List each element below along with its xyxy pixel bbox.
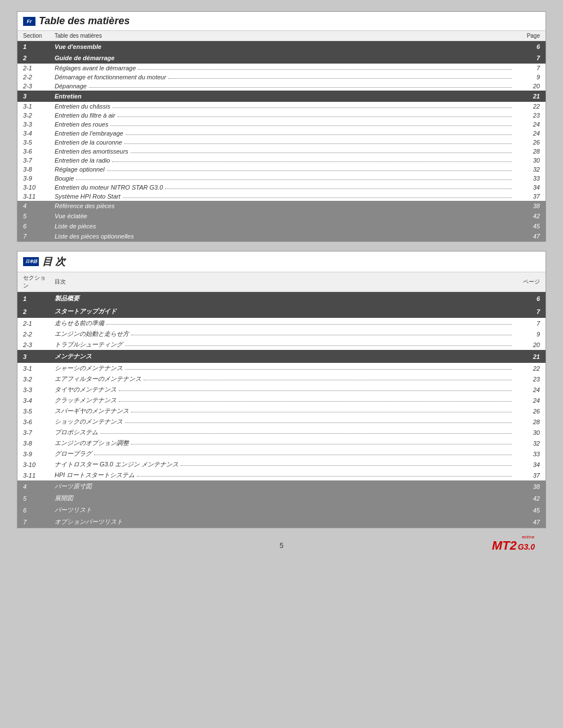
table-row: 1Vue d'ensemble6: [17, 41, 546, 53]
toc-page-num: 37: [517, 470, 546, 480]
toc-page-num: 7: [517, 52, 546, 64]
toc-section-num: 2-3: [17, 339, 51, 350]
toc-page-num: 34: [517, 183, 546, 192]
toc-entry-title: Réglage optionnel: [51, 165, 517, 174]
toc-page-num: 32: [517, 165, 546, 174]
toc-entry-title: スパーギヤのメンテナンス: [51, 406, 517, 416]
toc-section-num: 6: [17, 504, 51, 516]
toc-section-num: 3: [17, 91, 51, 102]
table-row: 3-8エンジンのオプション調整32: [17, 438, 546, 448]
toc-page-num: 21: [517, 91, 546, 102]
toc-section-num: 3-11: [17, 192, 51, 201]
toc-section-num: 3-10: [17, 183, 51, 192]
toc-page-num: 9: [517, 73, 546, 82]
table-row: 3-7Entretien de la radio30: [17, 156, 546, 165]
french-title: Table des matières: [39, 15, 129, 27]
toc-page-num: 24: [517, 395, 546, 406]
french-col-headers: Section Table des matières Page: [17, 31, 546, 41]
footer-area: 5 nitro MT2 G3.0: [17, 537, 546, 552]
toc-page-num: 22: [517, 363, 546, 374]
toc-section-num: 3-8: [17, 165, 51, 174]
toc-page-num: 28: [517, 147, 546, 156]
toc-page-num: 23: [517, 374, 546, 384]
toc-entry-title: 製品概要: [51, 292, 517, 305]
table-row: 2-2Démarrage et fonctionnement du moteur…: [17, 73, 546, 82]
toc-entry-title: Entretien de l'embrayage: [51, 129, 517, 138]
table-row: 7Liste des pièces optionnelles47: [17, 231, 546, 241]
toc-page-num: 24: [517, 384, 546, 395]
toc-section-num: 7: [17, 516, 51, 528]
toc-entry-title: Entretien du filtre à air: [51, 111, 517, 120]
table-row: 7オプションパーツリスト47: [17, 516, 546, 528]
toc-section-num: 6: [17, 221, 51, 231]
toc-entry-title: Entretien des amortisseurs: [51, 147, 517, 156]
table-row: 1製品概要6: [17, 292, 546, 305]
toc-page-num: 24: [517, 129, 546, 138]
toc-section-num: 5: [17, 492, 51, 504]
toc-section-num: 3-7: [17, 427, 51, 438]
toc-section-num: 3-6: [17, 416, 51, 427]
toc-entry-title: Démarrage et fonctionnement du moteur: [51, 73, 517, 82]
japanese-flag-icon: 日本語: [23, 257, 39, 266]
toc-section-num: 3-8: [17, 438, 51, 448]
toc-entry-title: メンテナンス: [51, 350, 517, 363]
toc-section-num: 3-6: [17, 147, 51, 156]
brand-version-text: G3.0: [518, 542, 535, 551]
table-row: 2-3Dépannage20: [17, 82, 546, 91]
brand-logo: nitro MT2 G3.0: [492, 534, 535, 552]
toc-section-num: 3: [17, 350, 51, 363]
toc-page-num: 38: [517, 201, 546, 211]
toc-entry-title: Entretien de la radio: [51, 156, 517, 165]
toc-page-num: 9: [517, 329, 546, 339]
toc-section-num: 2-1: [17, 318, 51, 329]
toc-page-num: 6: [517, 292, 546, 305]
toc-entry-title: Entretien des roues: [51, 120, 517, 129]
toc-section-num: 3-10: [17, 459, 51, 470]
toc-page-num: 7: [517, 305, 546, 318]
toc-section-num: 3-2: [17, 374, 51, 384]
table-row: 2-1走らせる前の準備7: [17, 318, 546, 329]
toc-section-num: 5: [17, 211, 51, 221]
toc-page-num: 28: [517, 416, 546, 427]
table-row: 3-10Entretien du moteur NITRO STAR G3.03…: [17, 183, 546, 192]
toc-entry-title: Dépannage: [51, 82, 517, 91]
table-row: 3Entretien21: [17, 91, 546, 102]
toc-entry-title: ショックのメンテナンス: [51, 416, 517, 427]
french-col-section-header: Section: [17, 31, 51, 41]
toc-entry-title: プロポシステム: [51, 427, 517, 438]
table-row: 6Liste de pièces45: [17, 221, 546, 231]
toc-page-num: 30: [517, 427, 546, 438]
table-row: 2-3トラブルシューティング20: [17, 339, 546, 350]
toc-entry-title: オプションパーツリスト: [51, 516, 517, 528]
toc-entry-title: Entretien: [51, 91, 517, 102]
brand-model-text: MT2: [492, 540, 517, 552]
table-row: 4パーツ原寸図38: [17, 480, 546, 492]
toc-entry-title: クラッチメンテナンス: [51, 395, 517, 406]
table-row: 3-3タイヤのメンテナンス24: [17, 384, 546, 395]
toc-entry-title: トラブルシューティング: [51, 339, 517, 350]
toc-entry-title: グロープラグ: [51, 448, 517, 459]
japanese-col-page-header: ページ: [517, 272, 546, 292]
table-row: 3-7プロポシステム30: [17, 427, 546, 438]
toc-section-num: 3-1: [17, 102, 51, 111]
table-row: 6パーツリスト45: [17, 504, 546, 516]
toc-entry-title: Vue d'ensemble: [51, 41, 517, 53]
toc-section-num: 3-2: [17, 111, 51, 120]
toc-entry-title: シャーシのメンテナンス: [51, 363, 517, 374]
toc-entry-title: Référence des pièces: [51, 201, 517, 211]
toc-section-num: 3-5: [17, 138, 51, 147]
toc-entry-title: Entretien du moteur NITRO STAR G3.0: [51, 183, 517, 192]
toc-section-num: 2-3: [17, 82, 51, 91]
japanese-col-toc-header: 目次: [51, 272, 517, 292]
table-row: 5展開図42: [17, 492, 546, 504]
toc-entry-title: パーツ原寸図: [51, 480, 517, 492]
toc-entry-title: Vue éclatée: [51, 211, 517, 221]
toc-section-num: 2-2: [17, 329, 51, 339]
japanese-col-section-header: セクション: [17, 272, 51, 292]
toc-entry-title: エアフィルターのメンテナンス: [51, 374, 517, 384]
toc-page-num: 24: [517, 120, 546, 129]
toc-entry-title: Liste des pièces optionnelles: [51, 231, 517, 241]
japanese-header: 日本語 目 次: [17, 251, 546, 272]
french-toc-section: Fr Table des matières Section Table des …: [17, 11, 546, 242]
toc-page-num: 6: [517, 41, 546, 53]
